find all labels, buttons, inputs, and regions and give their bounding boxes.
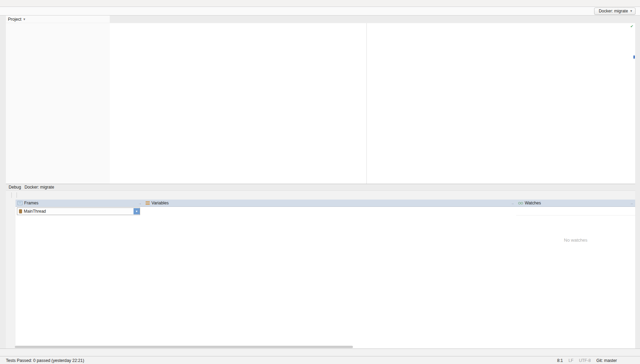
frames-icon <box>18 201 22 205</box>
run-configuration-label: Docker: migrate <box>599 9 628 13</box>
thread-selector-row: MainThread ▼ <box>16 207 144 216</box>
project-panel: Project ▼ <box>6 16 110 184</box>
variables-panel: Variables → <box>144 200 516 349</box>
chevron-down-icon: ▼ <box>630 9 633 13</box>
error-stripe-mark[interactable] <box>633 55 635 59</box>
panel-menu-icon[interactable]: → <box>138 201 141 205</box>
left-tool-strip <box>0 16 6 348</box>
variables-icon <box>146 201 150 205</box>
debug-tool-window: Debug Docker: migrate Frames → <box>6 184 635 349</box>
status-message[interactable]: Tests Passed: 0 passed (yesterday 22:21) <box>6 358 84 363</box>
code-area[interactable]: ✔ <box>110 23 635 184</box>
debug-left-toolbar <box>6 200 16 349</box>
debug-run-config-label: Docker: migrate <box>24 185 54 190</box>
panel-menu-icon[interactable]: → <box>630 201 633 205</box>
project-panel-title[interactable]: Project <box>8 17 21 22</box>
debug-window-title: Debug <box>9 185 21 190</box>
navigation-bar: Docker: migrate ▼ <box>0 7 640 16</box>
thread-label: MainThread <box>24 209 46 214</box>
watches-panel-header: Watches → <box>516 200 635 207</box>
chevron-down-icon[interactable]: ▼ <box>134 208 140 214</box>
status-bar: Tests Passed: 0 passed (yesterday 22:21)… <box>0 356 640 364</box>
thread-select[interactable]: MainThread ▼ <box>17 208 140 215</box>
panel-menu-icon[interactable]: → <box>511 201 514 205</box>
watches-empty-text: No watches <box>516 237 635 243</box>
watches-icon <box>518 201 523 205</box>
debug-toolbar <box>6 191 635 200</box>
vcs-branch-label: Git: master <box>596 358 617 363</box>
editor: ✔ <box>110 16 635 184</box>
variables-panel-title: Variables <box>151 201 169 205</box>
run-configuration-select[interactable]: Docker: migrate ▼ <box>594 8 636 15</box>
project-panel-header: Project ▼ <box>6 16 110 23</box>
caret-position[interactable]: 8:1 <box>557 358 563 363</box>
horizontal-scrollbar[interactable] <box>15 346 353 348</box>
tool-window-bar <box>0 348 640 356</box>
right-tool-strip <box>635 16 640 348</box>
menu-bar <box>0 0 640 7</box>
variables-panel-header: Variables → <box>144 200 516 207</box>
frames-panel-header: Frames → <box>16 200 144 207</box>
frames-panel: Frames → MainThread ▼ <box>16 200 144 349</box>
line-separator-indicator[interactable]: LF <box>569 358 573 363</box>
run-toolbar: Docker: migrate ▼ <box>594 8 637 15</box>
inspection-ok-icon[interactable]: ✔ <box>630 24 633 29</box>
ide-window: Docker: migrate ▼ Project ▼ ✔ Debug <box>0 0 640 364</box>
debug-title-bar: Debug Docker: migrate <box>6 184 635 191</box>
watches-panel-title: Watches <box>525 201 541 205</box>
thread-icon <box>19 209 22 213</box>
watches-panel: Watches → No watches <box>516 200 635 349</box>
vcs-branch-widget[interactable]: Git: master <box>596 358 618 363</box>
debug-content: Frames → MainThread ▼ Variables <box>6 200 635 349</box>
frames-panel-title: Frames <box>24 201 38 205</box>
chevron-down-icon[interactable]: ▼ <box>23 18 26 21</box>
watches-toolbar <box>516 207 635 215</box>
right-margin-guide <box>366 23 367 184</box>
encoding-indicator[interactable]: UTF-8 <box>579 358 591 363</box>
editor-tab-bar <box>110 16 635 23</box>
